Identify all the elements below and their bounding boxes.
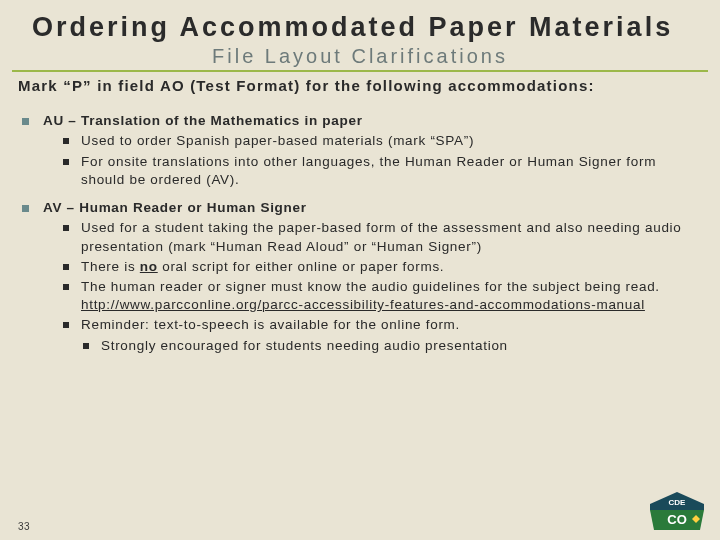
sub-lead: The human reader or signer must know the… [81,279,660,294]
sub-item: There is no oral script for either onlin… [63,258,702,276]
sub-item: The human reader or signer must know the… [63,278,702,314]
intro-text: Mark “P” in field AO (Test Format) for t… [0,72,720,102]
slide-subtitle: File Layout Clarifications [32,45,688,68]
sub-text: Reminder: text-to-speech is available fo… [81,316,702,334]
sub-prefix: There is [81,259,140,274]
page-number: 33 [18,521,30,532]
slide-title: Ordering Accommodated Paper Materials [32,12,688,43]
square-bullet-icon [22,205,29,212]
square-bullet-icon [63,159,69,165]
logo-top-text: CDE [669,498,687,507]
square-bullet-icon [63,264,69,270]
logo-state-text: CO [667,512,687,527]
cde-co-logo: CDE CO [646,490,708,534]
section: AU – Translation of the Mathematics in p… [18,112,702,189]
content-area: AU – Translation of the Mathematics in p… [0,112,720,355]
section-head: AU – Translation of the Mathematics in p… [43,112,702,130]
section-body: AU – Translation of the Mathematics in p… [43,112,702,189]
square-bullet-icon [83,343,89,349]
emphasis-no: no [140,259,158,274]
section-head: AV – Human Reader or Human Signer [43,199,702,217]
sub-text-guidelines: The human reader or signer must know the… [81,278,702,314]
square-bullet-icon [63,138,69,144]
url-link[interactable]: http://www.parcconline.org/parcc-accessi… [81,297,645,312]
section: AV – Human Reader or Human Signer Used f… [18,199,702,355]
square-bullet-icon [63,284,69,290]
sub-item: Used for a student taking the paper-base… [63,219,702,255]
sub-text-no-oral: There is no oral script for either onlin… [81,258,702,276]
sub2-text: Strongly encouraged for students needing… [101,337,702,355]
square-bullet-icon [63,225,69,231]
sub2-item: Strongly encouraged for students needing… [83,337,702,355]
sub-item: Used to order Spanish paper-based materi… [63,132,702,150]
square-bullet-icon [63,322,69,328]
sub-item: For onsite translations into other langu… [63,153,702,189]
sub-suffix: oral script for either online or paper f… [158,259,445,274]
sub-text: Used to order Spanish paper-based materi… [81,132,702,150]
square-bullet-icon [22,118,29,125]
sub-item: Reminder: text-to-speech is available fo… [63,316,702,334]
section-body: AV – Human Reader or Human Signer Used f… [43,199,702,355]
title-block: Ordering Accommodated Paper Materials Fi… [12,0,708,72]
sub-text: For onsite translations into other langu… [81,153,702,189]
sub-text: Used for a student taking the paper-base… [81,219,702,255]
